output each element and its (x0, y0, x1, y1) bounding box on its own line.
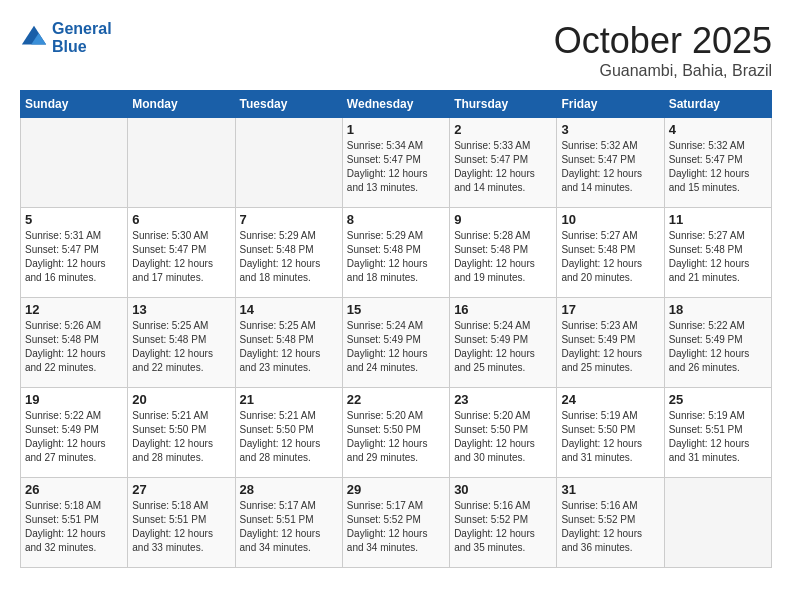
day-info: Sunrise: 5:20 AM Sunset: 5:50 PM Dayligh… (454, 409, 552, 465)
calendar-cell: 21Sunrise: 5:21 AM Sunset: 5:50 PM Dayli… (235, 388, 342, 478)
day-info: Sunrise: 5:27 AM Sunset: 5:48 PM Dayligh… (561, 229, 659, 285)
calendar-cell: 6Sunrise: 5:30 AM Sunset: 5:47 PM Daylig… (128, 208, 235, 298)
day-number: 3 (561, 122, 659, 137)
calendar-cell: 13Sunrise: 5:25 AM Sunset: 5:48 PM Dayli… (128, 298, 235, 388)
weekday-header-sunday: Sunday (21, 91, 128, 118)
day-info: Sunrise: 5:18 AM Sunset: 5:51 PM Dayligh… (132, 499, 230, 555)
calendar-cell: 25Sunrise: 5:19 AM Sunset: 5:51 PM Dayli… (664, 388, 771, 478)
calendar-cell: 19Sunrise: 5:22 AM Sunset: 5:49 PM Dayli… (21, 388, 128, 478)
calendar-cell: 16Sunrise: 5:24 AM Sunset: 5:49 PM Dayli… (450, 298, 557, 388)
calendar-cell: 26Sunrise: 5:18 AM Sunset: 5:51 PM Dayli… (21, 478, 128, 568)
weekday-header-thursday: Thursday (450, 91, 557, 118)
day-info: Sunrise: 5:24 AM Sunset: 5:49 PM Dayligh… (454, 319, 552, 375)
day-number: 4 (669, 122, 767, 137)
day-number: 18 (669, 302, 767, 317)
day-info: Sunrise: 5:21 AM Sunset: 5:50 PM Dayligh… (132, 409, 230, 465)
weekday-header-tuesday: Tuesday (235, 91, 342, 118)
weekday-header-saturday: Saturday (664, 91, 771, 118)
calendar-week-4: 19Sunrise: 5:22 AM Sunset: 5:49 PM Dayli… (21, 388, 772, 478)
day-number: 5 (25, 212, 123, 227)
day-info: Sunrise: 5:29 AM Sunset: 5:48 PM Dayligh… (347, 229, 445, 285)
day-number: 13 (132, 302, 230, 317)
day-info: Sunrise: 5:30 AM Sunset: 5:47 PM Dayligh… (132, 229, 230, 285)
logo-text: General Blue (52, 20, 112, 56)
calendar-cell: 14Sunrise: 5:25 AM Sunset: 5:48 PM Dayli… (235, 298, 342, 388)
calendar-week-3: 12Sunrise: 5:26 AM Sunset: 5:48 PM Dayli… (21, 298, 772, 388)
day-info: Sunrise: 5:19 AM Sunset: 5:51 PM Dayligh… (669, 409, 767, 465)
day-info: Sunrise: 5:23 AM Sunset: 5:49 PM Dayligh… (561, 319, 659, 375)
day-number: 6 (132, 212, 230, 227)
day-number: 24 (561, 392, 659, 407)
day-number: 19 (25, 392, 123, 407)
day-info: Sunrise: 5:32 AM Sunset: 5:47 PM Dayligh… (561, 139, 659, 195)
calendar-cell: 29Sunrise: 5:17 AM Sunset: 5:52 PM Dayli… (342, 478, 449, 568)
day-number: 16 (454, 302, 552, 317)
day-info: Sunrise: 5:33 AM Sunset: 5:47 PM Dayligh… (454, 139, 552, 195)
day-number: 23 (454, 392, 552, 407)
day-info: Sunrise: 5:19 AM Sunset: 5:50 PM Dayligh… (561, 409, 659, 465)
day-number: 22 (347, 392, 445, 407)
calendar-cell: 30Sunrise: 5:16 AM Sunset: 5:52 PM Dayli… (450, 478, 557, 568)
day-info: Sunrise: 5:17 AM Sunset: 5:51 PM Dayligh… (240, 499, 338, 555)
day-info: Sunrise: 5:28 AM Sunset: 5:48 PM Dayligh… (454, 229, 552, 285)
day-info: Sunrise: 5:26 AM Sunset: 5:48 PM Dayligh… (25, 319, 123, 375)
weekday-header-monday: Monday (128, 91, 235, 118)
calendar-cell: 15Sunrise: 5:24 AM Sunset: 5:49 PM Dayli… (342, 298, 449, 388)
day-info: Sunrise: 5:25 AM Sunset: 5:48 PM Dayligh… (132, 319, 230, 375)
day-info: Sunrise: 5:31 AM Sunset: 5:47 PM Dayligh… (25, 229, 123, 285)
day-number: 14 (240, 302, 338, 317)
title-block: October 2025 Guanambi, Bahia, Brazil (554, 20, 772, 80)
day-number: 21 (240, 392, 338, 407)
calendar-cell: 20Sunrise: 5:21 AM Sunset: 5:50 PM Dayli… (128, 388, 235, 478)
day-info: Sunrise: 5:24 AM Sunset: 5:49 PM Dayligh… (347, 319, 445, 375)
calendar-cell: 9Sunrise: 5:28 AM Sunset: 5:48 PM Daylig… (450, 208, 557, 298)
day-number: 25 (669, 392, 767, 407)
day-info: Sunrise: 5:27 AM Sunset: 5:48 PM Dayligh… (669, 229, 767, 285)
calendar-cell: 7Sunrise: 5:29 AM Sunset: 5:48 PM Daylig… (235, 208, 342, 298)
calendar-cell: 31Sunrise: 5:16 AM Sunset: 5:52 PM Dayli… (557, 478, 664, 568)
day-info: Sunrise: 5:21 AM Sunset: 5:50 PM Dayligh… (240, 409, 338, 465)
calendar-cell: 11Sunrise: 5:27 AM Sunset: 5:48 PM Dayli… (664, 208, 771, 298)
day-number: 9 (454, 212, 552, 227)
day-info: Sunrise: 5:20 AM Sunset: 5:50 PM Dayligh… (347, 409, 445, 465)
day-number: 27 (132, 482, 230, 497)
day-number: 29 (347, 482, 445, 497)
calendar-cell: 1Sunrise: 5:34 AM Sunset: 5:47 PM Daylig… (342, 118, 449, 208)
calendar-week-5: 26Sunrise: 5:18 AM Sunset: 5:51 PM Dayli… (21, 478, 772, 568)
logo: General Blue (20, 20, 112, 56)
day-number: 30 (454, 482, 552, 497)
day-info: Sunrise: 5:16 AM Sunset: 5:52 PM Dayligh… (561, 499, 659, 555)
day-number: 17 (561, 302, 659, 317)
location: Guanambi, Bahia, Brazil (554, 62, 772, 80)
weekday-header-wednesday: Wednesday (342, 91, 449, 118)
day-number: 15 (347, 302, 445, 317)
day-info: Sunrise: 5:22 AM Sunset: 5:49 PM Dayligh… (25, 409, 123, 465)
day-number: 1 (347, 122, 445, 137)
day-number: 2 (454, 122, 552, 137)
day-number: 26 (25, 482, 123, 497)
calendar-table: SundayMondayTuesdayWednesdayThursdayFrid… (20, 90, 772, 568)
day-info: Sunrise: 5:17 AM Sunset: 5:52 PM Dayligh… (347, 499, 445, 555)
day-info: Sunrise: 5:25 AM Sunset: 5:48 PM Dayligh… (240, 319, 338, 375)
calendar-week-2: 5Sunrise: 5:31 AM Sunset: 5:47 PM Daylig… (21, 208, 772, 298)
logo-icon (20, 24, 48, 52)
calendar-week-1: 1Sunrise: 5:34 AM Sunset: 5:47 PM Daylig… (21, 118, 772, 208)
calendar-cell: 17Sunrise: 5:23 AM Sunset: 5:49 PM Dayli… (557, 298, 664, 388)
calendar-cell: 3Sunrise: 5:32 AM Sunset: 5:47 PM Daylig… (557, 118, 664, 208)
calendar-cell: 22Sunrise: 5:20 AM Sunset: 5:50 PM Dayli… (342, 388, 449, 478)
weekday-header-friday: Friday (557, 91, 664, 118)
calendar-cell: 28Sunrise: 5:17 AM Sunset: 5:51 PM Dayli… (235, 478, 342, 568)
month-title: October 2025 (554, 20, 772, 62)
day-info: Sunrise: 5:32 AM Sunset: 5:47 PM Dayligh… (669, 139, 767, 195)
calendar-cell (21, 118, 128, 208)
day-number: 12 (25, 302, 123, 317)
calendar-cell: 12Sunrise: 5:26 AM Sunset: 5:48 PM Dayli… (21, 298, 128, 388)
day-number: 28 (240, 482, 338, 497)
calendar-cell: 10Sunrise: 5:27 AM Sunset: 5:48 PM Dayli… (557, 208, 664, 298)
calendar-cell: 8Sunrise: 5:29 AM Sunset: 5:48 PM Daylig… (342, 208, 449, 298)
day-info: Sunrise: 5:18 AM Sunset: 5:51 PM Dayligh… (25, 499, 123, 555)
day-number: 7 (240, 212, 338, 227)
day-number: 31 (561, 482, 659, 497)
day-number: 11 (669, 212, 767, 227)
calendar-cell: 2Sunrise: 5:33 AM Sunset: 5:47 PM Daylig… (450, 118, 557, 208)
